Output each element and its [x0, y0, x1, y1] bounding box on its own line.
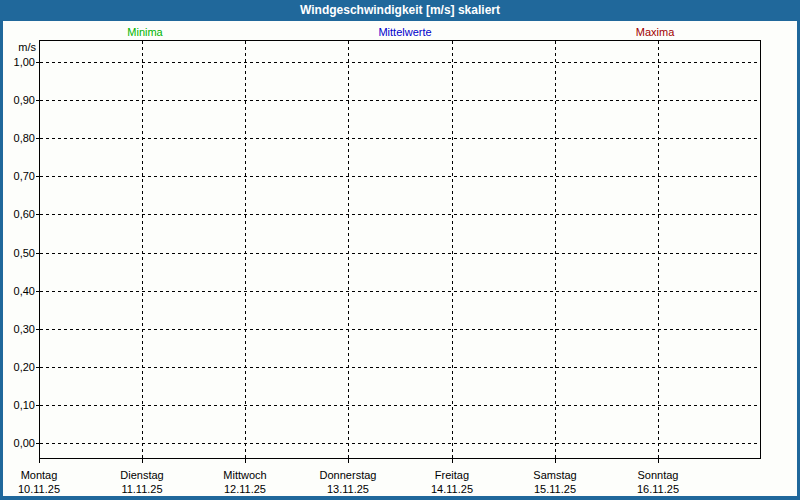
y-axis-tick [36, 329, 40, 330]
chart-window: Windgeschwindigkeit [m/s] skaliert Minim… [0, 0, 800, 500]
title-bar: Windgeschwindigkeit [m/s] skaliert [0, 0, 800, 21]
day-name: Donnerstag [320, 468, 377, 482]
day-date: 14.11.25 [431, 482, 473, 496]
horizontal-gridline [40, 214, 760, 215]
y-tick-label: 0,20 [0, 361, 35, 374]
day-date: 15.11.25 [533, 482, 576, 496]
y-axis-tick [36, 291, 40, 292]
y-tick-label: 0,60 [0, 208, 35, 221]
vertical-gridline [452, 41, 453, 458]
window-border-left [0, 21, 3, 500]
horizontal-gridline [40, 62, 760, 63]
vertical-gridline [348, 41, 349, 458]
day-date: 13.11.25 [320, 482, 377, 496]
day-name: Samstag [533, 468, 576, 482]
y-tick-label: 1,00 [0, 56, 35, 69]
y-tick-label: 0,00 [0, 437, 35, 450]
x-axis-day-label: Donnerstag13.11.25 [320, 468, 377, 496]
day-name: Dienstag [120, 468, 163, 482]
horizontal-gridline [40, 291, 760, 292]
x-axis-tick [245, 459, 246, 463]
horizontal-gridline [40, 253, 760, 254]
y-axis-tick [36, 367, 40, 368]
plot-area [39, 40, 761, 459]
x-axis-tick [348, 459, 349, 463]
day-date: 11.11.25 [120, 482, 163, 496]
y-axis-tick [36, 214, 40, 215]
y-tick-label: 0,10 [0, 399, 35, 412]
vertical-gridline [142, 41, 143, 458]
vertical-gridline [658, 41, 659, 458]
y-axis-tick [36, 253, 40, 254]
window-border-bottom [0, 496, 800, 500]
day-name: Sonntag [637, 468, 679, 482]
y-tick-label: 0,30 [0, 323, 35, 336]
y-tick-label: 0,90 [0, 94, 35, 107]
day-name: Freitag [431, 468, 473, 482]
day-date: 16.11.25 [637, 482, 679, 496]
x-axis-day-label: Montag10.11.25 [18, 468, 60, 496]
horizontal-gridline [40, 367, 760, 368]
vertical-gridline [245, 41, 246, 458]
y-axis-unit-label: m/s [0, 41, 36, 53]
horizontal-gridline [40, 100, 760, 101]
day-date: 10.11.25 [18, 482, 60, 496]
x-axis-tick [39, 459, 40, 463]
y-tick-label: 0,50 [0, 247, 35, 260]
x-axis-day-label: Sonntag16.11.25 [637, 468, 679, 496]
x-axis-day-label: Samstag15.11.25 [533, 468, 576, 496]
x-axis-tick [658, 459, 659, 463]
horizontal-gridline [40, 405, 760, 406]
x-axis-day-label: Mittwoch12.11.25 [223, 468, 266, 496]
legend-minima: Minima [127, 26, 162, 38]
horizontal-gridline [40, 138, 760, 139]
x-axis-tick [142, 459, 143, 463]
legend-maxima: Maxima [636, 26, 675, 38]
chart-title: Windgeschwindigkeit [m/s] skaliert [300, 3, 500, 17]
y-axis-tick [36, 443, 40, 444]
day-name: Montag [18, 468, 60, 482]
x-axis-tick [452, 459, 453, 463]
y-tick-label: 0,80 [0, 132, 35, 145]
x-axis-day-label: Dienstag11.11.25 [120, 468, 163, 496]
vertical-gridline [555, 41, 556, 458]
y-tick-label: 0,70 [0, 170, 35, 183]
horizontal-gridline [40, 176, 760, 177]
horizontal-gridline [40, 329, 760, 330]
y-axis-tick [36, 62, 40, 63]
y-axis-tick [36, 100, 40, 101]
x-axis-tick [555, 459, 556, 463]
day-name: Mittwoch [223, 468, 266, 482]
y-axis-tick [36, 405, 40, 406]
y-axis-tick [36, 176, 40, 177]
x-axis-day-label: Freitag14.11.25 [431, 468, 473, 496]
day-date: 12.11.25 [223, 482, 266, 496]
y-axis-tick [36, 138, 40, 139]
legend-mittelwerte: Mittelwerte [378, 26, 431, 38]
y-tick-label: 0,40 [0, 285, 35, 298]
horizontal-gridline [40, 443, 760, 444]
